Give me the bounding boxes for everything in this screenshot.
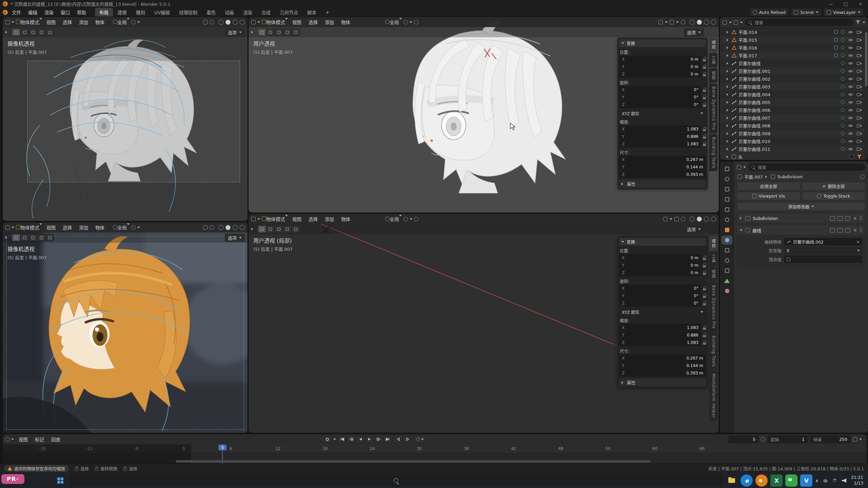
taskbar-app-blender[interactable]: [755, 474, 768, 487]
properties-section-header[interactable]: 属性: [619, 180, 706, 188]
dimension-field[interactable]: X0.267 m: [619, 156, 706, 163]
scale-field[interactable]: Y0.886: [619, 331, 706, 339]
network-icon[interactable]: [832, 479, 837, 482]
outliner[interactable]: 搜索 平面.014: [720, 17, 868, 160]
expand-icon[interactable]: [727, 132, 730, 135]
delete-all-button[interactable]: ×删除全部: [802, 182, 866, 190]
select-mode-subtract[interactable]: [29, 234, 37, 241]
lock-icon[interactable]: [703, 88, 706, 92]
deform-axis-dropdown[interactable]: X: [784, 247, 862, 254]
outliner-row-curve[interactable]: 贝塞尔曲线.010: [720, 137, 865, 145]
disable-render-icon[interactable]: [856, 147, 862, 151]
hide-viewport-icon[interactable]: [848, 54, 853, 58]
timeline-menu-item[interactable]: 视图: [15, 435, 31, 444]
select-mode-intersect[interactable]: [292, 28, 300, 36]
scale-field[interactable]: Y0.886: [619, 133, 706, 140]
disable-render-icon[interactable]: [856, 85, 862, 89]
gizmos-icon[interactable]: [670, 20, 674, 24]
sync-mode-dropdown[interactable]: [413, 435, 427, 443]
expand-icon[interactable]: [727, 156, 730, 158]
toggle-stack-button[interactable]: Toggle Stack: [802, 192, 866, 200]
viewport-bottom-left[interactable]: 物体模式 视图 选择 添加 物体 全局: [3, 222, 248, 433]
hide-viewport-icon[interactable]: [848, 69, 853, 73]
properties-tab[interactable]: [722, 246, 732, 255]
overlays-icon[interactable]: [658, 20, 663, 24]
wireframe-shading-icon[interactable]: [218, 20, 223, 25]
dimension-field[interactable]: Y0.144 m: [619, 362, 706, 369]
expand-icon[interactable]: [727, 78, 730, 80]
properties-tab[interactable]: [722, 286, 732, 296]
disable-render-icon[interactable]: [856, 61, 862, 65]
outliner-row-collection[interactable]: 头: [720, 153, 865, 160]
select-mode-invert[interactable]: [37, 234, 46, 241]
workspace-tab[interactable]: 布局: [95, 8, 113, 17]
select-mode-extend[interactable]: [266, 28, 275, 36]
transform-orientation[interactable]: 全局: [113, 224, 130, 231]
filter-chevron[interactable]: [863, 22, 865, 25]
options-button[interactable]: 选项: [225, 28, 245, 37]
editor-type-icon[interactable]: [5, 20, 10, 24]
properties-tab[interactable]: [722, 236, 732, 245]
add-menu[interactable]: 添加: [322, 18, 337, 26]
outliner-row-curve[interactable]: 贝塞尔曲线.003: [720, 83, 865, 90]
display-mode-chevron[interactable]: [740, 22, 743, 25]
view-layer-selector[interactable]: ViewLayer: [824, 8, 863, 16]
workspace-tab[interactable]: 着色: [202, 8, 220, 17]
dimension-field[interactable]: Z0.393 m: [619, 369, 706, 377]
hide-viewport-icon[interactable]: [848, 30, 853, 34]
snap-chevron[interactable]: [137, 227, 140, 230]
object-menu[interactable]: 物体: [338, 18, 353, 26]
expand-icon[interactable]: [727, 31, 730, 34]
outliner-scrollbar[interactable]: [865, 32, 867, 86]
timeline-scrollbar[interactable]: [176, 460, 651, 463]
auto-keyframe-button[interactable]: [323, 435, 332, 443]
timeline-menu-item[interactable]: 标记: [32, 435, 47, 444]
snap-icon[interactable]: [403, 217, 408, 221]
disable-render-icon[interactable]: [856, 77, 862, 81]
select-mode-subtract[interactable]: [275, 225, 283, 233]
expand-icon[interactable]: [727, 148, 730, 150]
menu-item[interactable]: 帮助: [74, 8, 90, 17]
display-mode-icon[interactable]: [734, 20, 738, 25]
properties-tab[interactable]: [722, 164, 732, 174]
toolbar-toggle-icon[interactable]: [251, 31, 254, 34]
editor-type-icon[interactable]: [723, 20, 727, 25]
outliner-row-curve[interactable]: 贝塞尔曲线.008: [720, 122, 865, 129]
workspace-tab[interactable]: UV编辑: [150, 8, 174, 17]
scale-field[interactable]: Z1.083: [619, 339, 706, 346]
wireframe-shading-icon[interactable]: [218, 225, 223, 230]
solid-shading-icon[interactable]: [697, 217, 702, 222]
mode-selector[interactable]: 物体模式: [262, 216, 288, 222]
lock-icon[interactable]: [703, 127, 706, 131]
editor-type-chevron[interactable]: [257, 218, 260, 221]
xray-icon[interactable]: [210, 20, 214, 24]
blender-menu-icon[interactable]: [3, 10, 8, 15]
outliner-row-curve[interactable]: 贝塞尔曲线.005: [720, 98, 865, 106]
object-menu[interactable]: 物体: [93, 18, 107, 26]
location-field[interactable]: Z0 m: [619, 269, 706, 276]
use-preview-range-icon[interactable]: [761, 437, 765, 442]
scene-selector[interactable]: Scene: [791, 8, 821, 16]
rotation-field[interactable]: Z0°: [619, 101, 706, 108]
apply-all-button[interactable]: 应用全部: [737, 182, 801, 190]
snap-icon[interactable]: [131, 225, 136, 230]
outliner-row-curve[interactable]: 贝塞尔曲线.002: [720, 75, 865, 83]
sidebar-tab[interactable]: 视图: [709, 68, 717, 83]
current-frame-field[interactable]: 5: [728, 435, 759, 443]
hide-viewport-icon[interactable]: [848, 46, 853, 50]
timeline-menu-item[interactable]: 回放: [48, 435, 64, 444]
select-mode-intersect[interactable]: [292, 225, 300, 233]
render-toggle-icon[interactable]: [845, 216, 850, 221]
mode-selector[interactable]: 物体模式: [16, 19, 42, 25]
keying-set-icon[interactable]: [853, 437, 857, 442]
modifier-header[interactable]: Subdivision ×: [737, 214, 865, 223]
select-menu[interactable]: 选择: [306, 18, 320, 26]
render-toggle-icon[interactable]: [845, 228, 850, 232]
snap-chevron[interactable]: [137, 21, 140, 24]
lock-icon[interactable]: [703, 341, 706, 345]
hide-viewport-icon[interactable]: [848, 131, 853, 136]
taskbar-app-vscode[interactable]: V: [800, 474, 812, 487]
solid-shading-icon[interactable]: [225, 20, 231, 25]
minimize-button[interactable]: —: [823, 0, 838, 8]
properties-tab[interactable]: [722, 266, 732, 275]
